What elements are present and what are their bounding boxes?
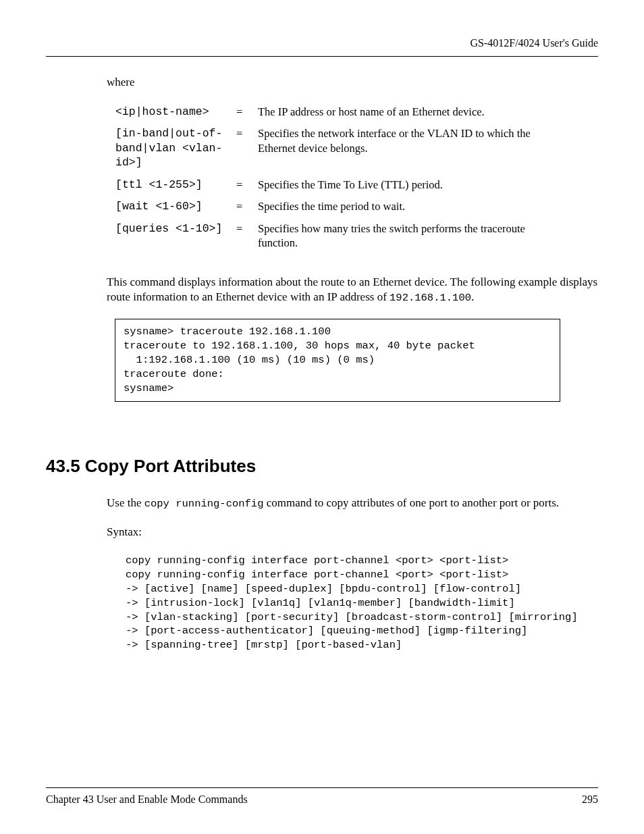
- terminal-output-box: sysname> traceroute 192.168.1.100 tracer…: [115, 319, 560, 402]
- param-desc: The IP address or host name of an Ethern…: [257, 104, 562, 126]
- section-paragraph: Use the copy running-config command to c…: [107, 496, 598, 511]
- param-name: [queries <1-10>]: [115, 221, 236, 257]
- param-eq: =: [236, 221, 257, 257]
- para-code: 192.168.1.100: [390, 292, 471, 304]
- syntax-label: Syntax:: [107, 525, 598, 540]
- page-header: GS-4012F/4024 User's Guide: [46, 37, 598, 57]
- para-text: Use the: [107, 496, 144, 509]
- param-name: [in-band|out-of-band|vlan <vlan-id>]: [115, 126, 236, 176]
- param-desc: Specifies the Time To Live (TTL) period.: [257, 177, 562, 199]
- param-desc: Specifies how many tries the switch perf…: [257, 221, 562, 257]
- table-row: [queries <1-10>] = Specifies how many tr…: [115, 221, 562, 257]
- table-row: <ip|host-name> = The IP address or host …: [115, 104, 562, 126]
- section-heading: 43.5 Copy Port Attributes: [46, 456, 598, 477]
- param-name: [wait <1-60>]: [115, 199, 236, 220]
- param-name: [ttl <1-255>]: [115, 177, 236, 199]
- parameter-table: <ip|host-name> = The IP address or host …: [115, 104, 562, 257]
- para-code: copy running-config: [144, 498, 264, 510]
- param-desc: Specifies the time period to wait.: [257, 199, 562, 220]
- param-eq: =: [236, 104, 257, 126]
- syntax-block: copy running-config interface port-chann…: [126, 554, 598, 652]
- description-paragraph: This command displays information about …: [107, 275, 598, 306]
- para-text: command to copy attributes of one port t…: [263, 496, 559, 509]
- table-row: [wait <1-60>] = Specifies the time perio…: [115, 199, 562, 220]
- table-row: [ttl <1-255>] = Specifies the Time To Li…: [115, 177, 562, 199]
- para-text: This command displays information about …: [107, 276, 597, 304]
- table-row: [in-band|out-of-band|vlan <vlan-id>] = S…: [115, 126, 562, 176]
- para-text: .: [471, 290, 474, 303]
- param-name: <ip|host-name>: [115, 104, 236, 126]
- header-title: GS-4012F/4024 User's Guide: [470, 37, 598, 49]
- param-eq: =: [236, 199, 257, 220]
- param-eq: =: [236, 126, 257, 176]
- where-label: where: [107, 76, 598, 89]
- param-desc: Specifies the network interface or the V…: [257, 126, 562, 176]
- param-eq: =: [236, 177, 257, 199]
- footer-page-number: 295: [582, 793, 598, 806]
- page-footer: Chapter 43 User and Enable Mode Commands…: [46, 787, 598, 806]
- footer-chapter: Chapter 43 User and Enable Mode Commands: [46, 793, 248, 806]
